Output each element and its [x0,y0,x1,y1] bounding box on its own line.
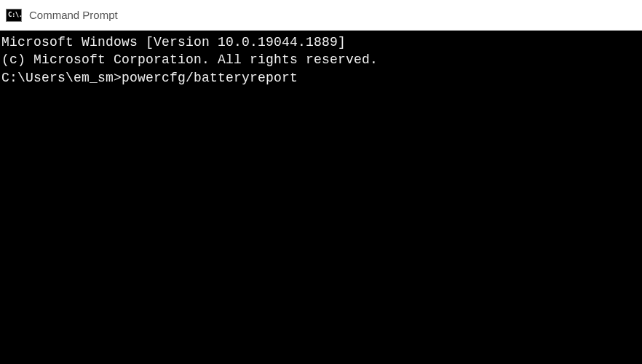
terminal-prompt: C:\Users\em_sm> [1,69,122,87]
terminal-line: (c) Microsoft Corporation. All rights re… [1,51,641,68]
window-titlebar[interactable]: C:\. Command Prompt [0,0,642,31]
terminal-output[interactable]: Microsoft Windows [Version 10.0.19044.18… [0,31,642,364]
cmd-icon-text: C:\. [8,12,23,18]
window-title: Command Prompt [29,9,118,21]
terminal-line: Microsoft Windows [Version 10.0.19044.18… [1,33,641,51]
terminal-prompt-line: C:\Users\em_sm>powercfg/batteryreport [1,69,641,87]
terminal-command-input[interactable]: powercfg/batteryreport [122,69,298,87]
cmd-icon: C:\. [6,9,22,22]
